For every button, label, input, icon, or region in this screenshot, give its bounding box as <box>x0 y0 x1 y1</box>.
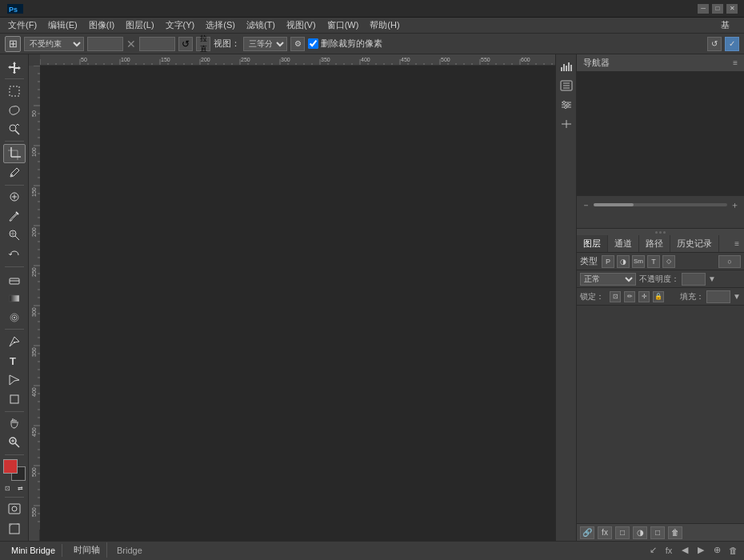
tab-history[interactable]: 历史记录 <box>670 235 719 252</box>
tab-timeline[interactable]: 时间轴 <box>67 542 107 558</box>
menu-layer[interactable]: 图层(L) <box>121 18 158 33</box>
eraser-tool-btn[interactable] <box>3 270 26 288</box>
menu-file[interactable]: 文件(F) <box>3 18 42 33</box>
lock-all-btn[interactable]: 🔒 <box>653 291 664 302</box>
bottom-panel: Mini Bridge 时间轴 Bridge ↙ fx ◀ ▶ ⊕ 🗑 <box>0 541 744 558</box>
menu-edit[interactable]: 编辑(E) <box>43 18 82 33</box>
delete-layer-btn[interactable]: 🗑 <box>668 526 682 539</box>
bottom-prev-btn[interactable]: ◀ <box>678 544 691 557</box>
histogram-icon-btn[interactable] <box>558 58 575 75</box>
height-input[interactable] <box>139 37 175 51</box>
bottom-undo-btn[interactable]: ↙ <box>646 544 659 557</box>
lock-position-btn[interactable]: ✛ <box>638 291 650 302</box>
filter-text-icon[interactable]: T <box>647 255 660 268</box>
zoom-tool-btn[interactable] <box>3 434 26 452</box>
layer-fx-btn[interactable]: fx <box>598 526 612 539</box>
menu-image[interactable]: 图像(I) <box>84 18 119 33</box>
maximize-button[interactable]: □ <box>712 4 723 14</box>
info-icon-btn[interactable] <box>558 77 575 94</box>
quick-mask-btn[interactable] <box>3 500 26 518</box>
healing-tool-btn[interactable] <box>3 188 26 206</box>
brush-tool-btn[interactable] <box>3 207 26 226</box>
crop-tool-btn[interactable] <box>3 144 26 162</box>
default-colors-btn[interactable]: ⊡ <box>2 483 14 494</box>
history-brush-btn[interactable] <box>3 246 26 264</box>
opacity-input[interactable] <box>682 273 706 286</box>
clone-tool-btn[interactable] <box>3 226 26 245</box>
new-fill-layer-btn[interactable]: ◑ <box>633 526 647 539</box>
panel-drag-strip-1[interactable] <box>577 229 744 235</box>
bottom-delete-btn[interactable]: 🗑 <box>726 544 739 557</box>
menu-help[interactable]: 帮助(H) <box>365 18 404 33</box>
tab-layers[interactable]: 图层 <box>577 235 608 252</box>
styles-icon-btn[interactable] <box>558 115 575 133</box>
nav-zoom-out-icon[interactable]: － <box>582 199 590 211</box>
menu-type[interactable]: 文字(Y) <box>161 18 200 33</box>
foreground-color[interactable] <box>3 459 18 474</box>
cancel-crop-button[interactable]: ↺ <box>707 37 722 51</box>
menu-view[interactable]: 视图(V) <box>282 18 321 33</box>
layer-link-btn[interactable]: 🔗 <box>580 526 594 539</box>
move-tool-btn[interactable] <box>3 58 26 76</box>
straighten-button[interactable]: 拉直 <box>196 37 210 51</box>
adjust-icon-btn[interactable] <box>558 96 575 114</box>
bottom-fx-btn[interactable]: fx <box>662 544 675 557</box>
color-swatches[interactable] <box>3 459 26 481</box>
filter-vector-icon[interactable]: ◇ <box>662 255 675 268</box>
canvas-container[interactable] <box>40 66 555 541</box>
type-tool-btn[interactable]: T <box>3 351 26 370</box>
panels-area: 导航器 ≡ － ＋ <box>577 54 744 541</box>
marquee-tool-btn[interactable] <box>3 82 26 100</box>
constraint-select[interactable]: 不受约束 <box>24 37 84 51</box>
layer-mask-btn[interactable]: □ <box>615 526 630 539</box>
bottom-add-btn[interactable]: ⊕ <box>710 544 723 557</box>
layers-panel-menu[interactable]: ≡ <box>730 239 744 248</box>
filter-smart-icon[interactable]: Sm <box>632 255 645 268</box>
nav-zoom-in-icon[interactable]: ＋ <box>730 199 739 211</box>
eyedropper-tool-btn[interactable] <box>3 164 26 182</box>
tab-channels[interactable]: 通道 <box>608 235 639 252</box>
navigator-menu-icon[interactable]: ≡ <box>733 58 738 67</box>
fill-input[interactable] <box>706 290 730 303</box>
shape-tool-btn[interactable] <box>3 390 26 409</box>
confirm-crop-button[interactable]: ✓ <box>725 37 739 51</box>
close-button[interactable]: ✕ <box>726 4 738 14</box>
navigator-header[interactable]: 导航器 ≡ <box>577 54 744 72</box>
pen-tool-btn[interactable] <box>3 332 26 350</box>
swap-colors-btn[interactable]: ⇄ <box>15 483 26 494</box>
tool-separator-2 <box>5 141 24 142</box>
delete-pixels-checkbox[interactable] <box>308 38 318 49</box>
menu-select[interactable]: 选择(S) <box>201 18 240 33</box>
bottom-next-btn[interactable]: ▶ <box>694 544 707 557</box>
opacity-label: 不透明度： <box>639 274 679 285</box>
tab-mini-bridge[interactable]: Mini Bridge <box>5 544 62 557</box>
gradient-tool-btn[interactable] <box>3 289 26 307</box>
svg-rect-32 <box>568 62 570 71</box>
navigator-slider[interactable] <box>594 203 727 206</box>
filter-type-icon[interactable]: P <box>602 255 614 268</box>
hand-tool-btn[interactable] <box>3 414 26 433</box>
lasso-tool-btn[interactable] <box>3 101 26 119</box>
view-select[interactable]: 三等分 <box>243 37 287 51</box>
path-select-tool-btn[interactable] <box>3 371 26 390</box>
screen-mode-btn[interactable] <box>3 519 26 538</box>
lock-paint-btn[interactable]: ✏ <box>624 291 635 302</box>
width-input[interactable] <box>87 37 123 51</box>
quick-select-tool-btn[interactable] <box>3 120 26 138</box>
menu-filter[interactable]: 滤镜(T) <box>242 18 280 33</box>
filter-adj-icon[interactable]: ◑ <box>617 255 630 268</box>
minimize-button[interactable]: ─ <box>698 4 709 14</box>
delete-pixels-label: 删除裁剪的像素 <box>321 38 382 50</box>
tab-paths[interactable]: 路径 <box>639 235 670 252</box>
swap-dimensions-button[interactable]: ↺ <box>178 37 193 51</box>
lock-pixels-btn[interactable]: ⊡ <box>610 291 621 302</box>
filter-toggle[interactable]: ○ <box>718 255 741 268</box>
menu-base-btn[interactable]: 基 <box>716 18 734 33</box>
menu-window[interactable]: 窗口(W) <box>322 18 364 33</box>
blur-tool-btn[interactable] <box>3 308 26 326</box>
title-bar-controls[interactable]: ─ □ ✕ <box>698 4 738 14</box>
new-layer-btn[interactable]: □ <box>650 526 665 539</box>
svg-rect-31 <box>566 66 567 71</box>
view-settings-icon[interactable]: ⚙ <box>290 37 305 51</box>
blend-mode-select[interactable]: 正常 <box>580 273 636 286</box>
